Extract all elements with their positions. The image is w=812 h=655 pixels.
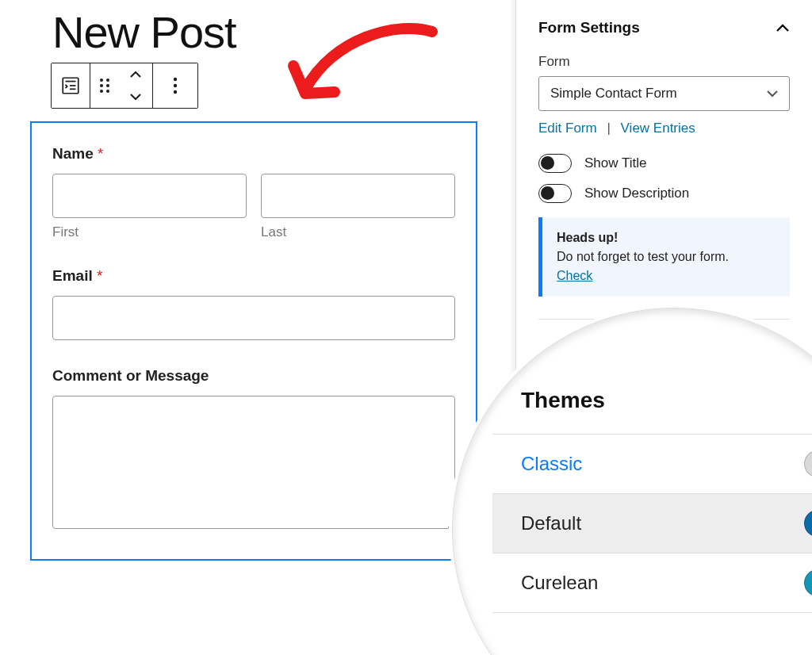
form-block[interactable]: Name * First Last Email * Comment or Mes…: [30, 121, 477, 561]
notice-body: Do not forget to test your form.: [557, 250, 729, 263]
theme-name: Default: [521, 512, 581, 534]
theme-option[interactable]: Default: [492, 494, 812, 553]
svg-point-8: [100, 90, 103, 93]
theme-swatches: [804, 450, 812, 477]
editor-canvas: New Post: [0, 0, 508, 655]
first-name-input[interactable]: [52, 174, 247, 218]
form-select[interactable]: Simple Contact Form: [538, 76, 790, 111]
last-name-input[interactable]: [261, 174, 455, 218]
show-description-label: Show Description: [584, 186, 689, 201]
notice-heading: Heads up!: [557, 231, 618, 244]
comment-label: Comment or Message: [52, 367, 455, 385]
view-entries-link[interactable]: View Entries: [621, 121, 695, 136]
svg-point-9: [106, 90, 109, 93]
form-field-label: Form: [538, 54, 790, 70]
chevron-up-icon: [129, 70, 142, 79]
form-icon: [60, 75, 81, 96]
form-block-icon-button[interactable]: [52, 63, 90, 108]
name-label: Name *: [52, 145, 455, 163]
show-title-label: Show Title: [584, 155, 646, 171]
theme-swatches: [804, 510, 812, 537]
svg-point-4: [100, 79, 103, 82]
move-down-button[interactable]: [122, 86, 149, 108]
themes-title: Themes: [521, 388, 812, 413]
kebab-icon: [173, 77, 178, 94]
svg-point-6: [100, 84, 103, 87]
theme-option[interactable]: Classic: [492, 435, 812, 494]
drag-handle-button[interactable]: [90, 63, 119, 108]
theme-name: Curelean: [521, 572, 598, 594]
color-swatch: [804, 510, 812, 537]
last-sublabel: Last: [261, 224, 455, 240]
comment-textarea[interactable]: [52, 396, 455, 529]
chevron-down-icon: [767, 90, 778, 98]
block-toolbar: [51, 63, 198, 109]
color-swatch: [804, 450, 812, 477]
svg-point-10: [174, 78, 177, 81]
show-title-toggle[interactable]: [538, 154, 572, 173]
chevron-up-icon: [776, 22, 790, 33]
link-separator: |: [607, 121, 610, 136]
email-label: Email *: [52, 267, 455, 285]
svg-point-12: [174, 90, 177, 94]
color-swatch: [804, 569, 812, 596]
theme-name: Classic: [521, 453, 582, 475]
form-select-value: Simple Contact Form: [550, 86, 677, 102]
notice-box: Heads up! Do not forget to test your for…: [538, 217, 790, 297]
svg-point-5: [106, 79, 109, 82]
move-up-button[interactable]: [122, 63, 149, 86]
svg-point-11: [174, 84, 177, 87]
edit-form-link[interactable]: Edit Form: [538, 121, 597, 136]
theme-option[interactable]: Curelean: [492, 553, 812, 613]
notice-link[interactable]: Check: [557, 269, 592, 282]
form-links: Edit Form | View Entries: [538, 121, 790, 136]
form-settings-header[interactable]: Form Settings: [516, 0, 812, 51]
form-settings-title: Form Settings: [538, 19, 640, 36]
theme-list: ClassicDefaultCurelean: [492, 434, 812, 613]
show-description-toggle[interactable]: [538, 184, 572, 203]
more-options-button[interactable]: [153, 63, 197, 108]
drag-handle-icon: [98, 77, 112, 94]
theme-swatches: [804, 569, 812, 596]
email-input[interactable]: [52, 296, 455, 340]
svg-point-7: [106, 84, 109, 87]
chevron-down-icon: [129, 92, 142, 102]
post-title[interactable]: New Post: [52, 6, 485, 58]
first-sublabel: First: [52, 224, 247, 240]
